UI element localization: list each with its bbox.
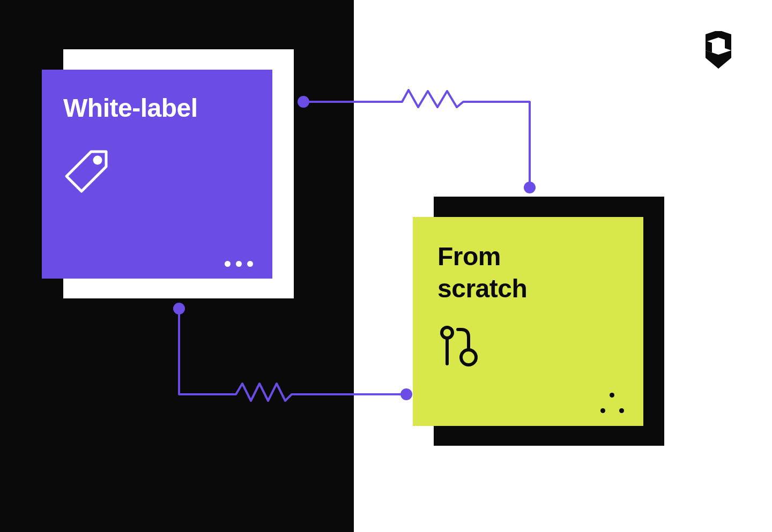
svg-point-7 (461, 350, 476, 365)
git-branch-icon (437, 324, 619, 372)
diagram-canvas: White-label From scratch (0, 0, 772, 532)
svg-point-4 (94, 157, 101, 163)
from-scratch-title: From scratch (437, 241, 619, 305)
tag-icon (63, 148, 251, 199)
white-label-card: White-label (42, 70, 272, 279)
triangle-dots-icon (600, 393, 624, 413)
ellipsis-icon (225, 261, 253, 267)
brand-logo (702, 31, 734, 70)
white-label-title: White-label (63, 93, 251, 123)
from-scratch-card: From scratch (413, 217, 643, 426)
